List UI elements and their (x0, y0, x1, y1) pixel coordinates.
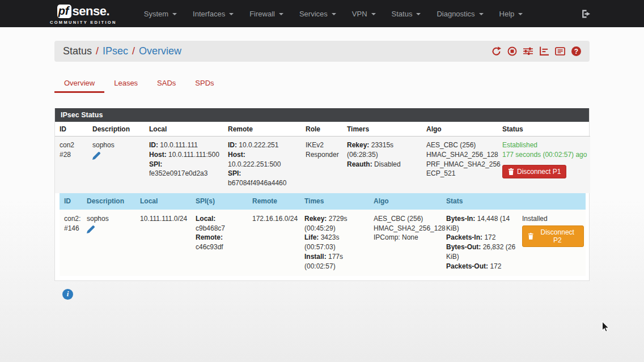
breadcrumb-separator: / (96, 45, 99, 57)
disconnect-p1-button[interactable]: Disconnect P1 (502, 165, 566, 178)
chevron-down-icon (518, 13, 523, 15)
tab-bar: Overview Leases SADs SPDs (54, 74, 590, 93)
p2-row: con2:#146 sophos 10.111.111.0/24 (60, 210, 586, 276)
breadcrumb-bar: Status / IPsec / Overview ? (54, 41, 590, 62)
trash-icon (528, 233, 533, 240)
p1-col-id: ID (55, 122, 88, 137)
menu-help[interactable]: Help (492, 0, 531, 27)
dot-circle-icon[interactable] (507, 46, 517, 56)
breadcrumb-section: Status (63, 45, 92, 57)
chevron-down-icon (371, 13, 376, 15)
p2-state-cell: Installed Disconnect P2 (518, 210, 586, 276)
p2-col-actions (518, 193, 586, 210)
menu-services[interactable]: Services (291, 0, 344, 27)
ipsec-status-panel: IPsec Status ID Description Local Remote… (54, 108, 590, 281)
p1-col-local: Local (145, 122, 223, 137)
mouse-cursor (601, 321, 610, 335)
chevron-down-icon (172, 13, 177, 15)
p1-col-role: Role (301, 122, 342, 137)
p2-description-cell: sophos (82, 210, 135, 276)
chevron-down-icon (279, 13, 283, 15)
sliders-icon[interactable] (523, 46, 533, 56)
p1-header-row: ID Description Local Remote Role Timers … (55, 122, 590, 137)
logo-tagline: COMMUNITY EDITION (50, 20, 117, 25)
p2-col-spis: SPI(s) (191, 193, 248, 210)
p2-spi-cell: Local: c9b468c7 Remote: c46c93df (191, 210, 248, 276)
p2-header-row: ID Description Local SPI(s) Remote Times… (60, 193, 586, 210)
p1-status-cell: Established 177 seconds (00:02:57) ago D… (498, 137, 590, 193)
p2-stats-cell: Bytes-In: 14,448 (14 KiB) Packets-In: 17… (442, 210, 518, 276)
breadcrumb-separator: / (132, 45, 135, 57)
p2-col-local: Local (135, 193, 191, 210)
sign-out-icon[interactable] (581, 9, 594, 19)
info-icon[interactable]: i (62, 289, 73, 300)
chevron-down-icon (416, 13, 421, 15)
pfsense-logo[interactable]: pf sense. COMMUNITY EDITION (50, 4, 117, 25)
p1-col-status: Status (498, 122, 590, 137)
breadcrumb-link-overview[interactable]: Overview (139, 45, 181, 57)
p1-table: ID Description Local Remote Role Timers … (55, 122, 590, 280)
p2-algo-cell: AES_CBC (256) HMAC_SHA2_256_128 IPComp: … (369, 210, 442, 276)
p1-col-timers: Timers (342, 122, 422, 137)
p2-wrapper-row: ID Description Local SPI(s) Remote Times… (55, 193, 590, 280)
tab-leases[interactable]: Leases (104, 74, 147, 93)
chevron-down-icon (479, 13, 484, 15)
list-alt-icon[interactable] (555, 46, 565, 56)
menu-interfaces[interactable]: Interfaces (185, 0, 242, 27)
p2-remote-cell: 172.16.16.0/24 (248, 210, 300, 276)
p2-col-description: Description (82, 193, 135, 210)
p1-col-algo: Algo (422, 122, 498, 137)
p1-remote-cell: ID: 10.0.222.251 Host: 10.0.222.251:500 … (223, 137, 301, 193)
tab-spds[interactable]: SPDs (185, 74, 223, 93)
chevron-down-icon (332, 13, 336, 15)
p2-col-id: ID (60, 193, 82, 210)
p2-col-times: Times (300, 193, 369, 210)
p1-algo-cell: AES_CBC (256) HMAC_SHA2_256_128 PRF_HMAC… (422, 137, 498, 193)
p1-id-cell: con2#28 (55, 137, 88, 193)
disconnect-p2-button[interactable]: Disconnect P2 (522, 225, 584, 247)
p2-table: ID Description Local SPI(s) Remote Times… (60, 193, 586, 276)
p2-state: Installed (522, 214, 584, 224)
p2-col-remote: Remote (248, 193, 300, 210)
trash-icon (508, 168, 514, 175)
log-chart-icon[interactable] (539, 46, 549, 56)
p2-col-algo: Algo (369, 193, 442, 210)
logo-sense: sense. (73, 4, 110, 19)
p1-local-cell: ID: 10.0.111.111 Host: 10.0.111.111:500 … (145, 137, 223, 193)
main-menu: System Interfaces Firewall Services VPN … (136, 0, 531, 27)
menu-status[interactable]: Status (384, 0, 429, 27)
edit-pencil-icon[interactable] (87, 225, 95, 236)
menu-vpn[interactable]: VPN (344, 0, 384, 27)
panel-title: IPsec Status (55, 108, 589, 122)
help-icon[interactable]: ? (571, 46, 581, 56)
breadcrumb: Status / IPsec / Overview (63, 45, 181, 57)
tab-overview[interactable]: Overview (54, 74, 104, 93)
edit-pencil-icon[interactable] (92, 152, 100, 163)
p1-status-age: 177 seconds (00:02:57) ago (502, 150, 588, 160)
rotate-right-icon[interactable] (492, 46, 501, 56)
p1-status-state: Established (502, 140, 588, 150)
p1-timers-cell: Rekey: 23315s (06:28:35) Reauth: Disable… (342, 137, 422, 193)
p2-col-stats: Stats (442, 193, 518, 210)
logo-pf: pf (57, 5, 71, 18)
p1-description-cell: sophos (88, 137, 145, 193)
tab-sads[interactable]: SADs (147, 74, 185, 93)
p1-col-description: Description (88, 122, 145, 137)
p2-times-cell: Rekey: 2729s (00:45:29) Life: 3423s (00:… (300, 210, 369, 276)
p1-col-remote: Remote (223, 122, 301, 137)
breadcrumb-link-ipsec[interactable]: IPsec (103, 45, 128, 57)
menu-firewall[interactable]: Firewall (242, 0, 291, 27)
menu-diagnostics[interactable]: Diagnostics (429, 0, 491, 27)
p1-role-cell: IKEv2Responder (301, 137, 342, 193)
footer-info: i (62, 289, 590, 300)
chevron-down-icon (229, 13, 234, 15)
p2-local-cell: 10.111.111.0/24 (135, 210, 191, 276)
p1-row: con2#28 sophos ID: 10.0.111.111 Host: 10… (55, 137, 590, 193)
top-navbar: pf sense. COMMUNITY EDITION System Inter… (0, 0, 644, 27)
page-toolbar: ? (492, 46, 581, 56)
menu-system[interactable]: System (136, 0, 185, 27)
p2-id-cell: con2:#146 (60, 210, 82, 276)
